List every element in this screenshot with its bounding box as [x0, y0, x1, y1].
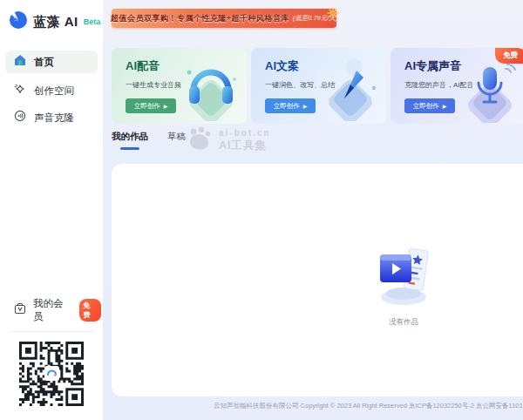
app-title: 蓝藻 AI — [33, 14, 78, 30]
promo-banner-text: 超值会员双享购！专属个性克隆+超千种风格音库 — [111, 13, 289, 24]
tab-my-works[interactable]: 我的作品 — [112, 131, 148, 150]
sidebar-item-voice-clone[interactable]: 声音克隆 — [5, 106, 98, 129]
microphone-illustration — [458, 60, 522, 124]
sidebar-item-label: 声音克隆 — [34, 112, 74, 125]
firework-icon — [326, 6, 340, 24]
sidebar: 蓝藻 AI Beta 首页 创作空间 声音克隆 — [0, 0, 103, 420]
arrow-icon: ▶ — [443, 103, 447, 109]
watermark-line1: ai-bot.cn — [219, 128, 271, 138]
sidebar-item-creation-space[interactable]: 创作空间 — [5, 79, 98, 102]
card-title: AI文案 — [265, 58, 299, 74]
card-ai-copywriting[interactable]: AI文案 一键润色、改写、总结 立即创作▶ — [251, 48, 386, 124]
card-ai-dubbing[interactable]: AI配音 一键生成专业音频 立即创作▶ — [112, 48, 247, 124]
card-title: AI专属声音 — [404, 58, 461, 74]
app-logo[interactable]: 蓝藻 AI Beta — [9, 10, 100, 33]
watermark-line2: AI工具集 — [219, 139, 271, 153]
works-panel: 没有作品 — [112, 164, 523, 396]
beta-tag: Beta — [84, 17, 101, 26]
tab-drafts[interactable]: 草稿 — [167, 131, 186, 150]
sidebar-item-membership[interactable]: 我的会员 免费 — [5, 300, 101, 321]
paw-icon — [187, 126, 213, 154]
voice-wave-icon — [14, 110, 26, 125]
watermark: ai-bot.cn AI工具集 — [187, 126, 271, 154]
create-now-button[interactable]: 立即创作▶ — [265, 98, 316, 113]
pen-illustration — [318, 53, 383, 124]
sparkle-icon — [14, 83, 26, 98]
app-logo-icon — [9, 10, 28, 33]
sidebar-item-label: 首页 — [34, 56, 54, 69]
headphones-illustration — [179, 53, 243, 124]
sidebar-item-label: 创作空间 — [34, 85, 74, 98]
home-icon — [14, 54, 26, 70]
membership-free-badge: 免费 — [79, 299, 101, 322]
no-works-illustration — [371, 237, 436, 310]
empty-state: 没有作品 — [112, 237, 523, 328]
membership-icon — [14, 302, 26, 318]
qr-code — [19, 342, 84, 406]
create-now-button[interactable]: 立即创作▶ — [126, 98, 176, 113]
create-now-button[interactable]: 立即创作▶ — [404, 98, 455, 113]
promo-banner[interactable]: 超值会员双享购！专属个性克隆+超千种风格音库 (低至0.79元/天) — [112, 9, 336, 28]
works-tabs: 我的作品 草稿 — [112, 131, 186, 150]
empty-state-text: 没有作品 — [389, 317, 418, 328]
arrow-icon: ▶ — [303, 103, 308, 109]
sidebar-divider — [9, 331, 94, 332]
footer-copyright: 云知声智能科技股份有限公司 Copyright © 2023 All Right… — [112, 402, 523, 410]
arrow-icon: ▶ — [164, 103, 168, 109]
card-title: AI配音 — [126, 58, 160, 74]
membership-label: 我的会员 — [33, 297, 72, 323]
card-subtitle: 一键生成专业音频 — [126, 80, 181, 90]
qr-center-logo — [44, 366, 59, 381]
sidebar-item-home[interactable]: 首页 — [5, 51, 98, 73]
card-ai-exclusive-voice[interactable]: 免费 AI专属声音 克隆您的声音，AI配音 立即创作▶ — [391, 48, 523, 124]
